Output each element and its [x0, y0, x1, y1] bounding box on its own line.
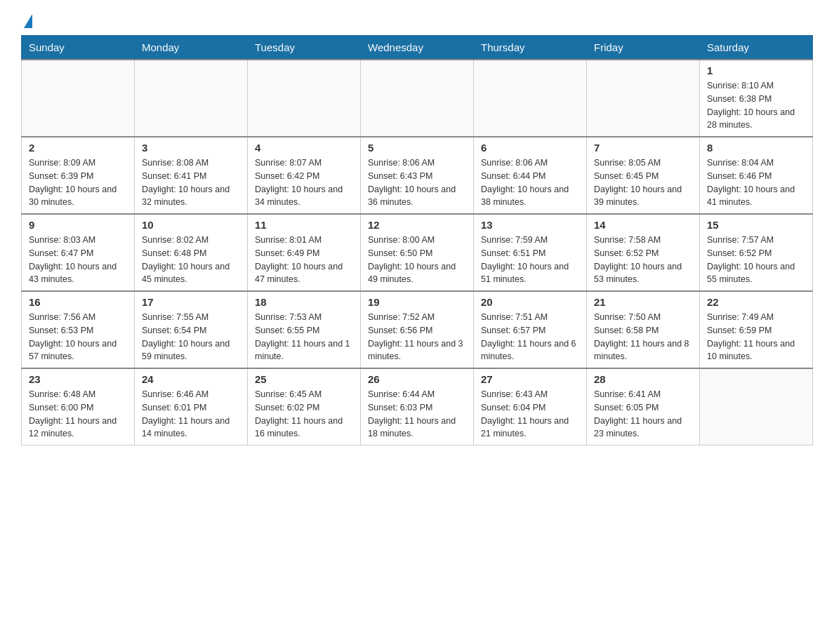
weekday-header-thursday: Thursday — [474, 36, 587, 60]
calendar-cell: 18Sunrise: 7:53 AM Sunset: 6:55 PM Dayli… — [248, 291, 361, 368]
weekday-header-sunday: Sunday — [22, 36, 135, 60]
day-number: 9 — [29, 219, 127, 231]
day-number: 22 — [707, 296, 805, 308]
calendar-table: SundayMondayTuesdayWednesdayThursdayFrid… — [21, 35, 813, 445]
calendar-cell: 5Sunrise: 8:06 AM Sunset: 6:43 PM Daylig… — [361, 137, 474, 214]
day-info: Sunrise: 6:44 AM Sunset: 6:03 PM Dayligh… — [368, 388, 466, 441]
calendar-week-row: 1Sunrise: 8:10 AM Sunset: 6:38 PM Daylig… — [22, 60, 813, 137]
day-info: Sunrise: 8:08 AM Sunset: 6:41 PM Dayligh… — [142, 156, 240, 209]
day-info: Sunrise: 8:06 AM Sunset: 6:43 PM Dayligh… — [368, 156, 466, 209]
day-info: Sunrise: 6:46 AM Sunset: 6:01 PM Dayligh… — [142, 388, 240, 441]
day-number: 12 — [368, 219, 466, 231]
day-number: 10 — [142, 219, 240, 231]
day-number: 26 — [368, 373, 466, 385]
day-number: 23 — [29, 373, 127, 385]
day-info: Sunrise: 8:03 AM Sunset: 6:47 PM Dayligh… — [29, 234, 127, 286]
day-number: 11 — [255, 219, 353, 231]
day-info: Sunrise: 6:41 AM Sunset: 6:05 PM Dayligh… — [594, 388, 692, 441]
calendar-week-row: 2Sunrise: 8:09 AM Sunset: 6:39 PM Daylig… — [22, 137, 813, 214]
calendar-cell: 14Sunrise: 7:58 AM Sunset: 6:52 PM Dayli… — [587, 214, 700, 291]
calendar-cell: 1Sunrise: 8:10 AM Sunset: 6:38 PM Daylig… — [700, 60, 813, 137]
logo-triangle-icon — [24, 14, 32, 28]
day-info: Sunrise: 7:52 AM Sunset: 6:56 PM Dayligh… — [368, 311, 466, 363]
day-number: 13 — [481, 219, 579, 231]
calendar-cell: 6Sunrise: 8:06 AM Sunset: 6:44 PM Daylig… — [474, 137, 587, 214]
day-info: Sunrise: 8:07 AM Sunset: 6:42 PM Dayligh… — [255, 156, 353, 209]
calendar-cell: 16Sunrise: 7:56 AM Sunset: 6:53 PM Dayli… — [22, 291, 135, 368]
calendar-cell — [135, 60, 248, 137]
day-number: 28 — [594, 373, 692, 385]
calendar-cell: 12Sunrise: 8:00 AM Sunset: 6:50 PM Dayli… — [361, 214, 474, 291]
day-number: 3 — [142, 142, 240, 154]
calendar-cell: 8Sunrise: 8:04 AM Sunset: 6:46 PM Daylig… — [700, 137, 813, 214]
day-number: 7 — [594, 142, 692, 154]
day-number: 5 — [368, 142, 466, 154]
day-info: Sunrise: 7:55 AM Sunset: 6:54 PM Dayligh… — [142, 311, 240, 363]
calendar-cell: 27Sunrise: 6:43 AM Sunset: 6:04 PM Dayli… — [474, 368, 587, 445]
calendar-cell: 20Sunrise: 7:51 AM Sunset: 6:57 PM Dayli… — [474, 291, 587, 368]
calendar-cell: 11Sunrise: 8:01 AM Sunset: 6:49 PM Dayli… — [248, 214, 361, 291]
day-info: Sunrise: 8:06 AM Sunset: 6:44 PM Dayligh… — [481, 156, 579, 209]
day-number: 21 — [594, 296, 692, 308]
day-number: 8 — [707, 142, 805, 154]
calendar-cell — [474, 60, 587, 137]
day-info: Sunrise: 7:50 AM Sunset: 6:58 PM Dayligh… — [594, 311, 692, 363]
day-info: Sunrise: 7:57 AM Sunset: 6:52 PM Dayligh… — [707, 234, 805, 286]
calendar-week-row: 16Sunrise: 7:56 AM Sunset: 6:53 PM Dayli… — [22, 291, 813, 368]
calendar-cell: 4Sunrise: 8:07 AM Sunset: 6:42 PM Daylig… — [248, 137, 361, 214]
weekday-header-monday: Monday — [135, 36, 248, 60]
day-info: Sunrise: 7:49 AM Sunset: 6:59 PM Dayligh… — [707, 311, 805, 363]
calendar-cell: 2Sunrise: 8:09 AM Sunset: 6:39 PM Daylig… — [22, 137, 135, 214]
weekday-header-saturday: Saturday — [700, 36, 813, 60]
day-number: 24 — [142, 373, 240, 385]
day-info: Sunrise: 8:09 AM Sunset: 6:39 PM Dayligh… — [29, 156, 127, 209]
logo — [21, 14, 32, 28]
calendar-cell — [361, 60, 474, 137]
calendar-cell: 9Sunrise: 8:03 AM Sunset: 6:47 PM Daylig… — [22, 214, 135, 291]
page-header — [21, 14, 813, 28]
calendar-week-row: 23Sunrise: 6:48 AM Sunset: 6:00 PM Dayli… — [22, 368, 813, 445]
day-number: 14 — [594, 219, 692, 231]
calendar-cell — [248, 60, 361, 137]
day-info: Sunrise: 6:43 AM Sunset: 6:04 PM Dayligh… — [481, 388, 579, 441]
calendar-week-row: 9Sunrise: 8:03 AM Sunset: 6:47 PM Daylig… — [22, 214, 813, 291]
day-info: Sunrise: 8:02 AM Sunset: 6:48 PM Dayligh… — [142, 234, 240, 286]
calendar-cell: 24Sunrise: 6:46 AM Sunset: 6:01 PM Dayli… — [135, 368, 248, 445]
calendar-cell: 19Sunrise: 7:52 AM Sunset: 6:56 PM Dayli… — [361, 291, 474, 368]
weekday-header-friday: Friday — [587, 36, 700, 60]
calendar-cell: 15Sunrise: 7:57 AM Sunset: 6:52 PM Dayli… — [700, 214, 813, 291]
day-number: 1 — [707, 65, 805, 76]
day-number: 17 — [142, 296, 240, 308]
day-number: 27 — [481, 373, 579, 385]
day-info: Sunrise: 7:51 AM Sunset: 6:57 PM Dayligh… — [481, 311, 579, 363]
day-info: Sunrise: 7:56 AM Sunset: 6:53 PM Dayligh… — [29, 311, 127, 363]
calendar-cell: 28Sunrise: 6:41 AM Sunset: 6:05 PM Dayli… — [587, 368, 700, 445]
calendar-cell: 13Sunrise: 7:59 AM Sunset: 6:51 PM Dayli… — [474, 214, 587, 291]
weekday-header-tuesday: Tuesday — [248, 36, 361, 60]
day-number: 2 — [29, 142, 127, 154]
weekday-header-wednesday: Wednesday — [361, 36, 474, 60]
calendar-cell: 17Sunrise: 7:55 AM Sunset: 6:54 PM Dayli… — [135, 291, 248, 368]
weekday-header-row: SundayMondayTuesdayWednesdayThursdayFrid… — [22, 36, 813, 60]
day-number: 16 — [29, 296, 127, 308]
day-info: Sunrise: 8:04 AM Sunset: 6:46 PM Dayligh… — [707, 156, 805, 209]
calendar-cell — [22, 60, 135, 137]
day-info: Sunrise: 7:58 AM Sunset: 6:52 PM Dayligh… — [594, 234, 692, 286]
day-info: Sunrise: 8:01 AM Sunset: 6:49 PM Dayligh… — [255, 234, 353, 286]
day-info: Sunrise: 8:05 AM Sunset: 6:45 PM Dayligh… — [594, 156, 692, 209]
calendar-cell: 7Sunrise: 8:05 AM Sunset: 6:45 PM Daylig… — [587, 137, 700, 214]
day-info: Sunrise: 8:10 AM Sunset: 6:38 PM Dayligh… — [707, 79, 805, 132]
calendar-cell: 22Sunrise: 7:49 AM Sunset: 6:59 PM Dayli… — [700, 291, 813, 368]
calendar-cell: 23Sunrise: 6:48 AM Sunset: 6:00 PM Dayli… — [22, 368, 135, 445]
day-info: Sunrise: 6:45 AM Sunset: 6:02 PM Dayligh… — [255, 388, 353, 441]
day-info: Sunrise: 7:53 AM Sunset: 6:55 PM Dayligh… — [255, 311, 353, 363]
calendar-cell — [587, 60, 700, 137]
calendar-cell: 3Sunrise: 8:08 AM Sunset: 6:41 PM Daylig… — [135, 137, 248, 214]
day-info: Sunrise: 6:48 AM Sunset: 6:00 PM Dayligh… — [29, 388, 127, 441]
day-number: 15 — [707, 219, 805, 231]
day-number: 18 — [255, 296, 353, 308]
calendar-cell: 21Sunrise: 7:50 AM Sunset: 6:58 PM Dayli… — [587, 291, 700, 368]
day-number: 20 — [481, 296, 579, 308]
calendar-cell: 10Sunrise: 8:02 AM Sunset: 6:48 PM Dayli… — [135, 214, 248, 291]
calendar-cell — [700, 368, 813, 445]
